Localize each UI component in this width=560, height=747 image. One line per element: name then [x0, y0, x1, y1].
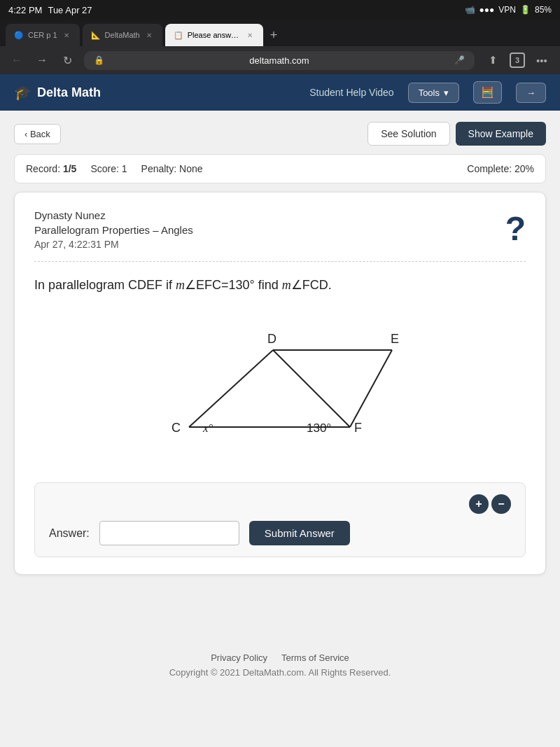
- svg-line-4: [273, 350, 350, 427]
- app-header: 🎓 Delta Math Student Help Video Tools ▾ …: [0, 74, 560, 111]
- problem-card: Dynasty Nunez Parallelogram Properties –…: [14, 192, 546, 575]
- record-item: Record: 1/5: [26, 163, 76, 174]
- vertex-d-label: D: [267, 332, 276, 346]
- status-bar: 4:22 PM Tue Apr 27 📹 ●●● VPN 🔋 85%: [0, 0, 560, 20]
- parallelogram-svg: C D E F x° 130°: [133, 312, 427, 466]
- vertex-e-label: E: [391, 332, 399, 346]
- address-bar: ← → ↻ 🔒 deltamath.com 🎤 ⬆ 3 •••: [0, 46, 560, 74]
- terms-of-service-link[interactable]: Terms of Service: [281, 652, 349, 663]
- back-nav-button[interactable]: ←: [8, 54, 25, 67]
- top-toolbar: ‹ Back See Solution Show Example: [14, 122, 546, 146]
- penalty-label: Penalty:: [141, 163, 177, 174]
- complete-item: Complete: 20%: [467, 163, 534, 174]
- parallelogram-diagram: C D E F x° 130°: [34, 312, 526, 466]
- student-name: Dynasty Nunez: [34, 209, 193, 221]
- answer-input[interactable]: [99, 521, 239, 545]
- vertex-f-label: F: [354, 421, 362, 435]
- math-m-angle-fcd: m: [282, 278, 291, 292]
- calculator-icon: 🧮: [481, 86, 494, 98]
- answer-section: + − Answer: Submit Answer: [34, 482, 526, 557]
- status-date: Tue Apr 27: [48, 5, 92, 15]
- logout-icon: →: [526, 88, 536, 98]
- calculator-button[interactable]: 🧮: [473, 81, 502, 104]
- toolbar-right: See Solution Show Example: [368, 122, 546, 146]
- see-solution-button[interactable]: See Solution: [368, 122, 449, 146]
- app-logo: 🎓 Delta Math: [14, 84, 101, 101]
- tools-button[interactable]: Tools ▾: [408, 83, 459, 103]
- record-left: Record: 1/5 Score: 1 Penalty: None: [26, 163, 203, 174]
- tools-chevron-icon: ▾: [444, 88, 449, 98]
- tab-count-badge[interactable]: 3: [510, 53, 525, 68]
- lock-icon: 🔒: [94, 55, 104, 65]
- battery-icon: 🔋: [520, 5, 531, 15]
- complete-label: Complete:: [467, 163, 512, 174]
- logo-icon: 🎓: [14, 84, 31, 101]
- share-icon[interactable]: ⬆: [483, 50, 503, 70]
- new-tab-button[interactable]: +: [266, 29, 282, 41]
- tab-answer-icon: 📋: [174, 31, 183, 40]
- problem-date: Apr 27, 4:22:31 PM: [34, 239, 193, 250]
- record-bar: Record: 1/5 Score: 1 Penalty: None Compl…: [14, 154, 546, 183]
- zoom-buttons: + −: [469, 494, 511, 514]
- tab-deltamath-label: DeltaMath: [105, 31, 140, 39]
- main-content: ‹ Back See Solution Show Example Record:…: [0, 111, 560, 636]
- penalty-value: None: [179, 163, 202, 174]
- record-label: Record:: [26, 163, 60, 174]
- topic-title: Parallelogram Properties – Angles: [34, 224, 193, 236]
- divider: [34, 261, 526, 262]
- footer: Privacy Policy Terms of Service Copyrigh…: [0, 636, 560, 694]
- complete-value: 20%: [514, 163, 534, 174]
- record-value: 1/5: [63, 163, 76, 174]
- tab-cer-icon: 🔵: [14, 31, 24, 40]
- zoom-minus-button[interactable]: −: [491, 494, 511, 514]
- battery-level: 85%: [535, 5, 552, 15]
- score-label: Score:: [90, 163, 118, 174]
- svg-line-0: [189, 350, 273, 427]
- score-item: Score: 1: [90, 163, 127, 174]
- show-example-button[interactable]: Show Example: [456, 122, 546, 146]
- app-name: Delta Math: [37, 85, 101, 100]
- vertex-c-label: C: [172, 421, 181, 435]
- status-time: 4:22 PM: [8, 5, 42, 15]
- logout-button[interactable]: →: [516, 83, 546, 103]
- help-question-icon[interactable]: ?: [505, 209, 526, 248]
- problem-header: Dynasty Nunez Parallelogram Properties –…: [34, 209, 526, 250]
- tab-answer[interactable]: 📋 Please answer correctly ✕: [165, 24, 263, 46]
- vpn-icon: VPN: [498, 5, 516, 15]
- tab-answer-label: Please answer correctly: [188, 31, 241, 39]
- forward-nav-button[interactable]: →: [34, 54, 50, 67]
- score-value: 1: [122, 163, 127, 174]
- angle-130-label: 130°: [307, 421, 331, 435]
- browser-toolbar-icons: ⬆ 3 •••: [483, 50, 552, 70]
- copyright-text: Copyright © 2021 DeltaMath.com. All Righ…: [17, 667, 543, 678]
- reload-button[interactable]: ↻: [59, 54, 76, 67]
- answer-label: Answer:: [49, 527, 90, 540]
- tab-deltamath[interactable]: 📐 DeltaMath ✕: [83, 24, 162, 46]
- microphone-icon: 🎤: [454, 55, 465, 65]
- more-options-icon[interactable]: •••: [532, 50, 552, 70]
- student-help-video-link[interactable]: Student Help Video: [309, 87, 393, 98]
- url-bar[interactable]: 🔒 deltamath.com 🎤: [84, 51, 475, 70]
- tab-answer-close[interactable]: ✕: [245, 30, 255, 40]
- tab-deltamath-close[interactable]: ✕: [144, 30, 154, 40]
- tab-deltamath-icon: 📐: [91, 31, 101, 40]
- tab-cer[interactable]: 🔵 CER p 1 ✕: [6, 24, 80, 46]
- submit-answer-button[interactable]: Submit Answer: [249, 521, 350, 545]
- math-m-angle-efc: m: [176, 278, 185, 292]
- privacy-policy-link[interactable]: Privacy Policy: [211, 652, 267, 663]
- video-icon: 📹: [465, 5, 475, 15]
- url-text: deltamath.com: [110, 55, 449, 66]
- tools-label: Tools: [419, 88, 440, 98]
- back-button[interactable]: ‹ Back: [14, 124, 61, 144]
- problem-text: In parallelogram CDEF if m∠EFC=130° find…: [34, 276, 526, 295]
- footer-links: Privacy Policy Terms of Service: [17, 652, 543, 663]
- zoom-plus-button[interactable]: +: [469, 494, 489, 514]
- svg-line-2: [350, 350, 392, 427]
- tab-cer-close[interactable]: ✕: [62, 30, 71, 40]
- tab-bar: 🔵 CER p 1 ✕ 📐 DeltaMath ✕ 📋 Please answe…: [0, 20, 560, 46]
- answer-row: Answer: Submit Answer: [49, 521, 511, 545]
- answer-toolbar: + −: [49, 494, 511, 514]
- student-info-block: Dynasty Nunez Parallelogram Properties –…: [34, 209, 193, 250]
- tab-cer-label: CER p 1: [28, 31, 57, 39]
- penalty-item: Penalty: None: [141, 163, 203, 174]
